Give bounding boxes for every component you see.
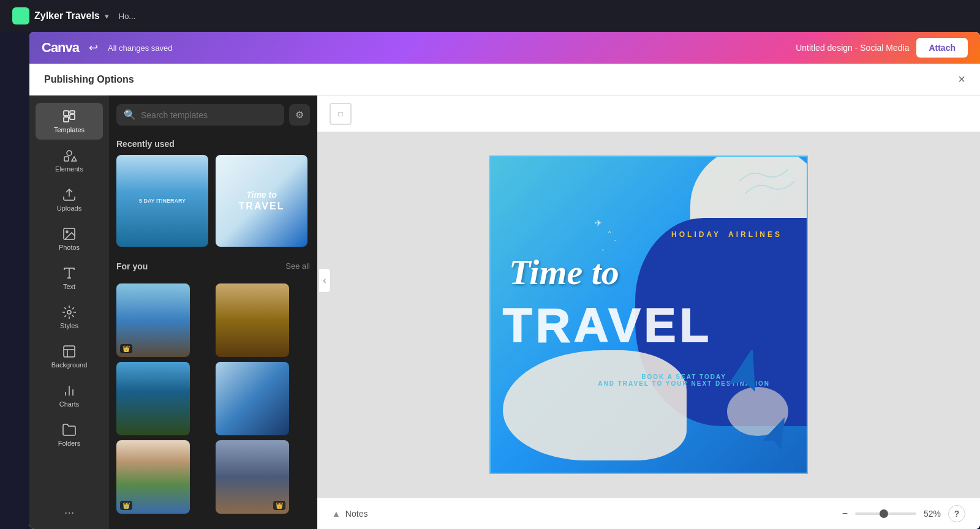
zoom-thumb: [880, 509, 888, 518]
app-dropdown-icon[interactable]: ▾: [105, 12, 109, 21]
sidebar-folders-label: Folders: [58, 440, 81, 447]
sidebar-templates-label: Templates: [54, 126, 85, 133]
search-bar: 🔍 ⚙: [109, 96, 317, 132]
template-thumb-3[interactable]: 👑: [116, 283, 190, 357]
header-left: Canva ↩ All changes saved: [42, 40, 173, 56]
canvas-top-bar: □: [317, 96, 980, 132]
top-app-bar: Zylker Travels ▾ Ho...: [0, 0, 980, 32]
travel-text: TRAVEL: [503, 298, 712, 353]
app-logo-icon: [12, 7, 29, 24]
canva-logo: Canva: [42, 40, 79, 56]
svg-rect-2: [70, 114, 75, 119]
holiday-airlines-text: HOLIDAY AIRLINES: [671, 230, 782, 239]
template-thumb-8[interactable]: 👑: [216, 440, 289, 514]
for-you-section-header: For you See all: [116, 247, 310, 283]
sidebar-text-label: Text: [63, 283, 75, 290]
svg-rect-13: [64, 346, 75, 357]
search-input[interactable]: [141, 110, 277, 120]
plane-main-svg: [721, 350, 770, 399]
svg-rect-3: [64, 117, 69, 122]
hide-panel-button[interactable]: ‹: [318, 268, 331, 293]
holiday-text: HOLIDAY: [671, 230, 721, 239]
recently-used-grid: 5 DAY ITINERARY Time to TRAVEL: [116, 155, 310, 247]
templates-scroll: Recently used 5 DAY ITINERARY Time to: [109, 132, 317, 529]
publishing-options-bar: Publishing Options ×: [29, 64, 980, 96]
sidebar-item-charts[interactable]: Charts: [36, 377, 103, 414]
sidebar-more[interactable]: ...: [59, 498, 80, 522]
sidebar-photos-label: Photos: [59, 244, 80, 251]
sidebar-item-folders[interactable]: Folders: [36, 416, 103, 453]
attach-button[interactable]: Attach: [916, 38, 968, 58]
template-thumb-6[interactable]: [216, 362, 289, 435]
plane-small-svg: [758, 418, 794, 454]
sidebar-item-uploads[interactable]: Uploads: [36, 181, 103, 218]
svg-rect-0: [64, 111, 69, 116]
for-you-title: For you: [116, 254, 148, 277]
svg-point-4: [67, 151, 72, 156]
app-nav-item[interactable]: Ho...: [119, 12, 135, 21]
help-button[interactable]: ?: [948, 505, 965, 522]
bird-3: ⌃: [613, 239, 617, 245]
thumb-label-1: 5 DAY ITINERARY: [116, 155, 208, 247]
publishing-options-close[interactable]: ×: [958, 72, 965, 86]
template-thumb-4[interactable]: [216, 283, 289, 357]
sidebar-item-styles[interactable]: Styles: [36, 299, 103, 336]
collapse-notes-button[interactable]: ▲: [332, 509, 341, 519]
sidebar: Templates Elements Uploads: [29, 96, 109, 529]
time-to-text: Time to: [509, 252, 619, 293]
thumb-label-2: Time to TRAVEL: [216, 155, 307, 247]
template-thumb-2[interactable]: Time to TRAVEL: [216, 155, 307, 247]
see-all-button[interactable]: See all: [285, 261, 310, 271]
svg-rect-1: [70, 111, 75, 113]
filter-button[interactable]: ⚙: [289, 104, 310, 126]
svg-point-12: [67, 310, 71, 314]
main-modal: Canva ↩ All changes saved Untitled desig…: [29, 32, 980, 529]
airlines-text: AIRLINES: [728, 230, 782, 239]
template-thumb-7[interactable]: 👑: [116, 440, 190, 514]
for-you-grid: 👑 👑: [116, 283, 310, 514]
page-indicator: □: [330, 103, 352, 125]
canvas-main[interactable]: ✈ ⌃ ⌃ ⌃ HOLIDAY AIRLINES Time to TRAVEL: [317, 132, 980, 497]
recently-used-title: Recently used: [116, 132, 310, 155]
cloud-bottom-left: [503, 350, 687, 460]
sidebar-item-elements[interactable]: Elements: [36, 142, 103, 179]
sidebar-item-templates[interactable]: Templates: [36, 103, 103, 140]
sidebar-item-background[interactable]: Background: [36, 338, 103, 375]
svg-point-9: [66, 231, 68, 233]
canvas-area: □ ✈ ⌃ ⌃ ⌃: [317, 96, 980, 529]
sidebar-elements-label: Elements: [55, 165, 83, 173]
crown-badge-8: 👑: [273, 501, 285, 510]
zoom-minus[interactable]: −: [842, 508, 848, 519]
zoom-slider[interactable]: [855, 512, 916, 515]
canva-header: Canva ↩ All changes saved Untitled desig…: [29, 32, 980, 64]
design-title: Untitled design - Social Media: [796, 43, 909, 53]
sidebar-uploads-label: Uploads: [57, 204, 81, 212]
decorative-curves: [727, 163, 801, 224]
app-nav: Ho...: [119, 12, 135, 21]
sidebar-charts-label: Charts: [59, 400, 79, 408]
zoom-controls: − 52% ?: [842, 505, 965, 522]
search-icon: 🔍: [124, 109, 136, 121]
sidebar-item-photos[interactable]: Photos: [36, 220, 103, 257]
notes-label: Notes: [345, 509, 368, 519]
svg-marker-6: [72, 157, 77, 161]
svg-rect-5: [64, 157, 69, 161]
app-name: Zylker Travels: [34, 10, 100, 21]
canvas-bottom: ▲ Notes − 52% ?: [317, 497, 980, 529]
templates-panel: 🔍 ⚙ Recently used 5 DAY ITINERARY: [109, 96, 317, 529]
template-thumb-5[interactable]: [116, 362, 190, 435]
header-right: Untitled design - Social Media Attach: [796, 38, 968, 58]
sidebar-background-label: Background: [51, 361, 88, 369]
zoom-percent: 52%: [924, 509, 941, 519]
sidebar-styles-label: Styles: [60, 322, 78, 329]
template-thumb-1[interactable]: 5 DAY ITINERARY: [116, 155, 208, 247]
design-canvas: ✈ ⌃ ⌃ ⌃ HOLIDAY AIRLINES Time to TRAVEL: [489, 156, 808, 474]
notes-section: ▲ Notes: [332, 509, 368, 519]
publishing-options-title: Publishing Options: [44, 74, 134, 85]
sidebar-item-text[interactable]: Text: [36, 260, 103, 296]
bird-1: ✈: [595, 218, 602, 228]
undo-button[interactable]: ↩: [89, 41, 98, 54]
search-input-wrap: 🔍: [116, 104, 284, 126]
bird-2: ⌃: [607, 230, 612, 237]
modal-body: Templates Elements Uploads: [29, 96, 980, 529]
